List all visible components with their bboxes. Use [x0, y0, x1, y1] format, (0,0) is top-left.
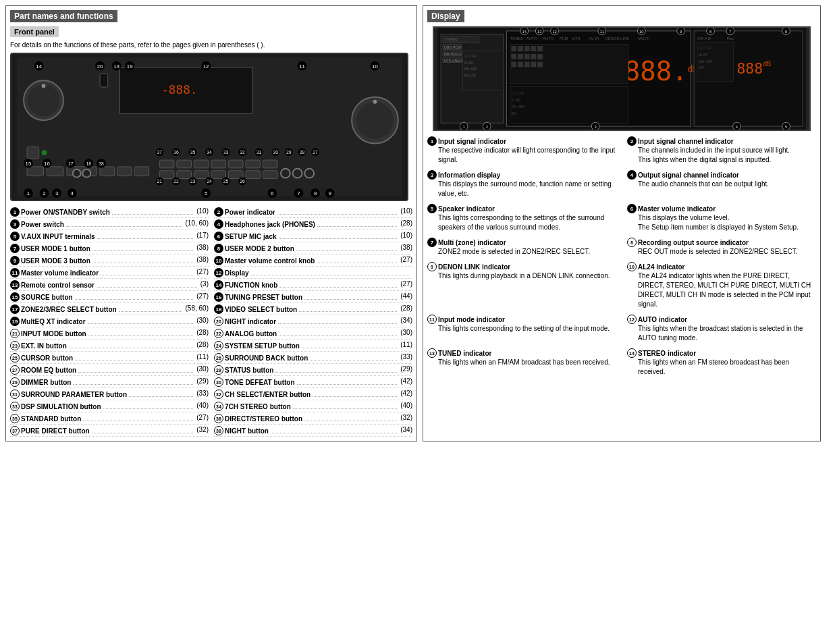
svg-rect-150 — [524, 54, 530, 59]
item-page: (28) — [400, 304, 412, 312]
item-number: 30 — [214, 377, 223, 387]
parts-list-item: 19 MultEQ XT indicator (30) — [10, 316, 209, 327]
item-label: FUNCTION knob — [225, 281, 277, 289]
desc-title: DENON LINK indicator — [438, 263, 510, 271]
svg-text:PCM: PCM — [559, 36, 568, 41]
parts-list-item: 2 Power indicator (10) — [214, 207, 412, 218]
item-label: Headphones jack (PHONES) — [225, 221, 315, 228]
svg-rect-31 — [263, 171, 278, 179]
desc-title: STEREO indicator — [638, 350, 696, 357]
svg-text:SW: SW — [511, 112, 516, 115]
desc-body: The audio channels that can be output li… — [627, 180, 816, 189]
display-desc-item: 6 Master volume indicator This displays … — [627, 204, 816, 232]
item-number: 16 — [214, 292, 223, 302]
desc-number: 4 — [627, 170, 637, 180]
desc-body: ZONE2 mode is selected in ZONE2/REC SELE… — [427, 247, 616, 257]
item-page: (29) — [400, 365, 412, 373]
parts-list-item: 34 7CH STEREO button (40) — [214, 401, 412, 412]
parts-list-item: 36 DIRECT/STEREO button (32) — [214, 413, 412, 425]
parts-list-item: 21 INPUT MODE button (28) — [10, 328, 209, 340]
item-label: MultEQ XT indicator — [21, 318, 86, 325]
desc-number: 7 — [427, 238, 437, 247]
svg-point-37 — [73, 169, 81, 178]
svg-rect-156 — [531, 62, 537, 68]
svg-rect-25 — [159, 171, 174, 179]
desc-body: This lights when an FM/AM broadcast has … — [427, 358, 616, 367]
svg-text:14: 14 — [36, 63, 42, 70]
display-desc-item: 5 Speaker indicator This lights correspo… — [427, 204, 616, 232]
display-desc-grid: 1 Input signal indicator The respective … — [427, 136, 816, 379]
svg-text:12: 12 — [552, 30, 556, 34]
item-number: 6 — [214, 232, 223, 241]
svg-rect-155 — [524, 62, 530, 68]
svg-text:AUTO: AUTO — [543, 36, 554, 41]
svg-text:18: 18 — [86, 161, 91, 166]
svg-rect-26 — [177, 171, 192, 179]
item-number: 12 — [214, 268, 223, 277]
item-number: 32 — [214, 390, 223, 399]
item-number: 19 — [10, 317, 20, 326]
item-page: (34) — [400, 317, 412, 324]
item-label: Power indicator — [225, 209, 275, 216]
svg-rect-152 — [537, 54, 543, 59]
item-label: Remote control sensor — [21, 281, 95, 289]
svg-rect-23 — [246, 160, 261, 168]
item-page: (32) — [196, 426, 209, 433]
item-number: 14 — [214, 280, 223, 290]
svg-rect-146 — [531, 46, 537, 51]
item-number: 34 — [214, 402, 223, 411]
desc-title: TUNED indicator — [438, 350, 491, 357]
item-number: 36 — [214, 414, 223, 423]
item-page: (42) — [400, 377, 412, 385]
desc-number: 11 — [427, 315, 437, 324]
parts-list-item: 12 Display — [214, 267, 412, 279]
item-number: 38 — [214, 426, 223, 435]
svg-rect-157 — [537, 62, 543, 68]
item-label: VIDEO SELECT button — [225, 306, 297, 313]
svg-rect-158 — [510, 87, 628, 124]
svg-point-11 — [42, 150, 47, 155]
desc-body: This lights during playback in a DENON L… — [427, 271, 616, 281]
display-desc-item: 13 TUNED indicator This lights when an F… — [427, 348, 616, 377]
desc-number: 14 — [627, 348, 637, 358]
svg-text:7: 7 — [729, 30, 731, 34]
item-number: 33 — [10, 402, 20, 411]
desc-title: Input signal indicator — [438, 138, 506, 145]
item-number: 18 — [214, 304, 223, 314]
svg-rect-147 — [537, 46, 543, 51]
svg-rect-22 — [228, 160, 243, 168]
svg-text:24: 24 — [207, 179, 212, 184]
svg-text:CL C FR: CL C FR — [464, 55, 477, 58]
svg-text:SW  LFE: SW LFE — [464, 74, 477, 78]
svg-text:Rec: Rec — [727, 36, 734, 41]
svg-text:13: 13 — [537, 30, 541, 34]
svg-text:21: 21 — [157, 179, 163, 184]
svg-text:26: 26 — [240, 179, 245, 184]
item-number: 17 — [10, 304, 20, 314]
svg-rect-153 — [511, 62, 516, 68]
item-number: 1 — [10, 207, 20, 217]
desc-body: The respective indicator will light corr… — [427, 146, 616, 165]
svg-text:8: 8 — [709, 30, 711, 34]
parts-list-item: 33 DSP SIMULATION button (40) — [10, 401, 209, 412]
desc-title: Recording output source indicator — [638, 239, 749, 246]
svg-point-32 — [281, 169, 290, 178]
svg-rect-12 — [27, 167, 44, 176]
parts-list-item: 28 STATUS button (29) — [214, 365, 412, 376]
display-panel-image: DG DIGITAL DBG PCM DM HDCG DTS ANALOG CL… — [433, 26, 811, 131]
item-label: PURE DIRECT button — [21, 427, 90, 435]
item-label: USER MODE 2 button — [225, 245, 294, 252]
svg-text:DTS: DTS — [572, 36, 581, 41]
desc-title: Output signal channel indicator — [638, 171, 739, 179]
item-page: (33) — [196, 390, 209, 397]
svg-text:9: 9 — [329, 190, 331, 196]
svg-point-6 — [42, 84, 46, 88]
item-number: 2 — [214, 207, 223, 217]
parts-list-item: 11 Master volume indicator (27) — [10, 267, 209, 279]
parts-list-item: 24 SYSTEM SETUP button (11) — [214, 340, 412, 352]
item-page: (11) — [196, 353, 209, 360]
desc-body: The AL24 indicator lights when the PURE … — [627, 271, 816, 309]
display-desc-item: 14 STEREO indicator This lights when an … — [627, 348, 816, 377]
svg-text:4: 4 — [71, 190, 74, 196]
item-page: (10) — [196, 207, 209, 215]
